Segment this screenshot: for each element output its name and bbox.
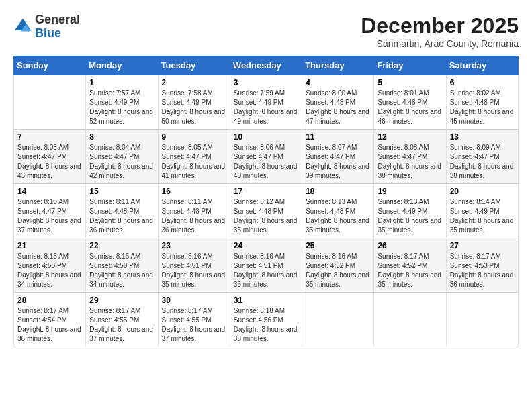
- calendar-cell: 9 Sunrise: 8:05 AMSunset: 4:47 PMDayligh…: [158, 130, 230, 184]
- day-info: Sunrise: 8:11 AMSunset: 4:48 PMDaylight:…: [162, 197, 226, 235]
- day-info: Sunrise: 8:10 AMSunset: 4:47 PMDaylight:…: [17, 197, 82, 235]
- weekday-header-thursday: Thursday: [302, 56, 374, 75]
- calendar-week-row: 7 Sunrise: 8:03 AMSunset: 4:47 PMDayligh…: [14, 130, 519, 184]
- day-number: 31: [234, 295, 298, 305]
- day-info: Sunrise: 8:17 AMSunset: 4:53 PMDaylight:…: [450, 252, 515, 289]
- logo-icon: [13, 17, 32, 36]
- day-info: Sunrise: 8:05 AMSunset: 4:47 PMDaylight:…: [162, 143, 226, 181]
- calendar-cell: 29 Sunrise: 8:17 AMSunset: 4:55 PMDaylig…: [86, 293, 158, 347]
- weekday-header-wednesday: Wednesday: [230, 56, 302, 75]
- calendar-cell: 10 Sunrise: 8:06 AMSunset: 4:47 PMDaylig…: [230, 130, 302, 184]
- calendar-cell: 25 Sunrise: 8:16 AMSunset: 4:52 PMDaylig…: [302, 238, 374, 293]
- day-info: Sunrise: 8:09 AMSunset: 4:47 PMDaylight:…: [450, 143, 515, 181]
- day-info: Sunrise: 8:12 AMSunset: 4:48 PMDaylight:…: [234, 197, 298, 235]
- calendar-cell: 3 Sunrise: 7:59 AMSunset: 4:49 PMDayligh…: [230, 75, 302, 130]
- subtitle: Sanmartin, Arad County, Romania: [361, 38, 519, 49]
- calendar-cell: 17 Sunrise: 8:12 AMSunset: 4:48 PMDaylig…: [230, 184, 302, 238]
- day-number: 4: [306, 78, 370, 87]
- day-number: 29: [89, 295, 154, 305]
- day-number: 21: [17, 241, 82, 250]
- weekday-header-tuesday: Tuesday: [158, 56, 230, 75]
- calendar-week-row: 21 Sunrise: 8:15 AMSunset: 4:50 PMDaylig…: [14, 238, 519, 293]
- day-number: 19: [378, 187, 442, 196]
- day-info: Sunrise: 8:13 AMSunset: 4:49 PMDaylight:…: [378, 197, 442, 235]
- day-info: Sunrise: 8:14 AMSunset: 4:49 PMDaylight:…: [450, 197, 515, 235]
- calendar-cell: 16 Sunrise: 8:11 AMSunset: 4:48 PMDaylig…: [158, 184, 230, 238]
- day-number: 14: [17, 187, 82, 196]
- weekday-header-row: SundayMondayTuesdayWednesdayThursdayFrid…: [14, 56, 519, 75]
- day-number: 18: [306, 187, 370, 196]
- calendar-cell: 23 Sunrise: 8:16 AMSunset: 4:51 PMDaylig…: [158, 238, 230, 293]
- day-info: Sunrise: 8:17 AMSunset: 4:52 PMDaylight:…: [378, 252, 442, 289]
- day-info: Sunrise: 8:00 AMSunset: 4:48 PMDaylight:…: [306, 89, 370, 126]
- day-info: Sunrise: 8:17 AMSunset: 4:54 PMDaylight:…: [17, 306, 82, 344]
- day-info: Sunrise: 8:11 AMSunset: 4:48 PMDaylight:…: [89, 197, 154, 235]
- day-number: 23: [162, 241, 226, 250]
- calendar-cell: 15 Sunrise: 8:11 AMSunset: 4:48 PMDaylig…: [86, 184, 158, 238]
- calendar-cell: 27 Sunrise: 8:17 AMSunset: 4:53 PMDaylig…: [446, 238, 518, 293]
- title-block: December 2025 Sanmartin, Arad County, Ro…: [361, 13, 519, 49]
- weekday-header-monday: Monday: [86, 56, 158, 75]
- calendar-cell: 14 Sunrise: 8:10 AMSunset: 4:47 PMDaylig…: [14, 184, 86, 238]
- day-info: Sunrise: 8:03 AMSunset: 4:47 PMDaylight:…: [17, 143, 82, 181]
- calendar-cell: [446, 293, 518, 347]
- day-number: 11: [306, 132, 370, 142]
- calendar-cell: 5 Sunrise: 8:01 AMSunset: 4:48 PMDayligh…: [374, 75, 446, 130]
- weekday-header-saturday: Saturday: [446, 56, 518, 75]
- day-number: 27: [450, 241, 515, 250]
- calendar-cell: 30 Sunrise: 8:17 AMSunset: 4:55 PMDaylig…: [158, 293, 230, 347]
- calendar-cell: [302, 293, 374, 347]
- day-number: 7: [17, 132, 82, 142]
- day-number: 30: [162, 295, 226, 305]
- day-number: 9: [162, 132, 226, 142]
- day-info: Sunrise: 8:04 AMSunset: 4:47 PMDaylight:…: [89, 143, 154, 181]
- calendar-cell: 18 Sunrise: 8:13 AMSunset: 4:48 PMDaylig…: [302, 184, 374, 238]
- day-number: 13: [450, 132, 515, 142]
- calendar-cell: 28 Sunrise: 8:17 AMSunset: 4:54 PMDaylig…: [14, 293, 86, 347]
- day-info: Sunrise: 8:07 AMSunset: 4:47 PMDaylight:…: [306, 143, 370, 181]
- weekday-header-friday: Friday: [374, 56, 446, 75]
- day-info: Sunrise: 8:01 AMSunset: 4:48 PMDaylight:…: [378, 89, 442, 126]
- calendar-cell: 21 Sunrise: 8:15 AMSunset: 4:50 PMDaylig…: [14, 238, 86, 293]
- day-info: Sunrise: 7:57 AMSunset: 4:49 PMDaylight:…: [89, 89, 154, 126]
- day-number: 10: [234, 132, 298, 142]
- calendar-cell: 24 Sunrise: 8:16 AMSunset: 4:51 PMDaylig…: [230, 238, 302, 293]
- day-number: 20: [450, 187, 515, 196]
- day-number: 26: [378, 241, 442, 250]
- day-info: Sunrise: 8:08 AMSunset: 4:47 PMDaylight:…: [378, 143, 442, 181]
- calendar-cell: 12 Sunrise: 8:08 AMSunset: 4:47 PMDaylig…: [374, 130, 446, 184]
- day-info: Sunrise: 8:02 AMSunset: 4:48 PMDaylight:…: [450, 89, 515, 126]
- day-number: 12: [378, 132, 442, 142]
- day-number: 6: [450, 78, 515, 87]
- day-number: 1: [89, 78, 154, 87]
- day-number: 24: [234, 241, 298, 250]
- day-info: Sunrise: 8:16 AMSunset: 4:51 PMDaylight:…: [234, 252, 298, 289]
- calendar-cell: 26 Sunrise: 8:17 AMSunset: 4:52 PMDaylig…: [374, 238, 446, 293]
- calendar-week-row: 14 Sunrise: 8:10 AMSunset: 4:47 PMDaylig…: [14, 184, 519, 238]
- day-number: 22: [89, 241, 154, 250]
- day-info: Sunrise: 7:59 AMSunset: 4:49 PMDaylight:…: [234, 89, 298, 126]
- day-info: Sunrise: 8:16 AMSunset: 4:51 PMDaylight:…: [162, 252, 226, 289]
- calendar-cell: 20 Sunrise: 8:14 AMSunset: 4:49 PMDaylig…: [446, 184, 518, 238]
- calendar-cell: [374, 293, 446, 347]
- day-info: Sunrise: 8:13 AMSunset: 4:48 PMDaylight:…: [306, 197, 370, 235]
- day-info: Sunrise: 8:15 AMSunset: 4:50 PMDaylight:…: [17, 252, 82, 289]
- calendar-cell: 1 Sunrise: 7:57 AMSunset: 4:49 PMDayligh…: [86, 75, 158, 130]
- day-number: 5: [378, 78, 442, 87]
- calendar-cell: 13 Sunrise: 8:09 AMSunset: 4:47 PMDaylig…: [446, 130, 518, 184]
- day-info: Sunrise: 8:06 AMSunset: 4:47 PMDaylight:…: [234, 143, 298, 181]
- calendar-cell: [14, 75, 86, 130]
- day-number: 2: [162, 78, 226, 87]
- calendar-cell: 22 Sunrise: 8:15 AMSunset: 4:50 PMDaylig…: [86, 238, 158, 293]
- day-number: 15: [89, 187, 154, 196]
- day-number: 8: [89, 132, 154, 142]
- day-number: 25: [306, 241, 370, 250]
- calendar-week-row: 1 Sunrise: 7:57 AMSunset: 4:49 PMDayligh…: [14, 75, 519, 130]
- calendar-cell: 6 Sunrise: 8:02 AMSunset: 4:48 PMDayligh…: [446, 75, 518, 130]
- day-info: Sunrise: 8:17 AMSunset: 4:55 PMDaylight:…: [89, 306, 154, 344]
- calendar-cell: 4 Sunrise: 8:00 AMSunset: 4:48 PMDayligh…: [302, 75, 374, 130]
- calendar-cell: 31 Sunrise: 8:18 AMSunset: 4:56 PMDaylig…: [230, 293, 302, 347]
- day-number: 3: [234, 78, 298, 87]
- logo-text: General Blue: [35, 13, 80, 40]
- day-info: Sunrise: 8:17 AMSunset: 4:55 PMDaylight:…: [162, 306, 226, 344]
